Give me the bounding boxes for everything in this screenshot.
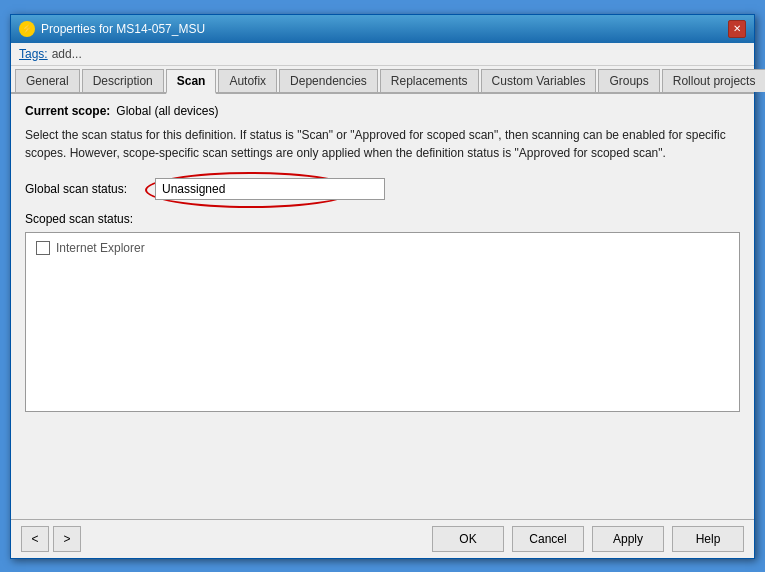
internet-explorer-label: Internet Explorer — [56, 241, 145, 255]
tags-link[interactable]: Tags: — [19, 47, 48, 61]
tab-autofix[interactable]: Autofix — [218, 69, 277, 92]
global-scan-label: Global scan status: — [25, 182, 155, 196]
close-button[interactable]: ✕ — [728, 20, 746, 38]
scope-label: Current scope: — [25, 104, 110, 118]
apply-button[interactable]: Apply — [592, 526, 664, 552]
internet-explorer-checkbox[interactable] — [36, 241, 50, 255]
window-title: Properties for MS14-057_MSU — [41, 22, 205, 36]
tab-rollout-projects[interactable]: Rollout projects — [662, 69, 765, 92]
tags-add[interactable]: add... — [52, 47, 82, 61]
tab-description[interactable]: Description — [82, 69, 164, 92]
nav-buttons: < > — [21, 526, 81, 552]
tab-bar: General Description Scan Autofix Depende… — [11, 66, 754, 94]
cancel-button[interactable]: Cancel — [512, 526, 584, 552]
scoped-item: Internet Explorer — [32, 239, 733, 257]
global-scan-select-container: Unassigned Scan Do not scan Approved for… — [155, 178, 385, 200]
scope-value: Global (all devices) — [116, 104, 218, 118]
tab-custom-variables[interactable]: Custom Variables — [481, 69, 597, 92]
title-bar: ⚡ Properties for MS14-057_MSU ✕ — [11, 15, 754, 43]
scoped-section: Scoped scan status: Internet Explorer — [25, 212, 740, 412]
tab-scan[interactable]: Scan — [166, 69, 217, 94]
description-text: Select the scan status for this definiti… — [25, 126, 740, 162]
footer: < > OK Cancel Apply Help — [11, 519, 754, 558]
tab-replacements[interactable]: Replacements — [380, 69, 479, 92]
tab-groups[interactable]: Groups — [598, 69, 659, 92]
action-buttons: OK Cancel Apply Help — [432, 526, 744, 552]
select-wrapper: Unassigned Scan Do not scan Approved for… — [155, 178, 385, 200]
tags-bar: Tags: add... — [11, 43, 754, 66]
scoped-scan-label: Scoped scan status: — [25, 212, 740, 226]
ok-button[interactable]: OK — [432, 526, 504, 552]
nav-next-button[interactable]: > — [53, 526, 81, 552]
help-button[interactable]: Help — [672, 526, 744, 552]
content-area: Current scope: Global (all devices) Sele… — [11, 94, 754, 519]
global-scan-status-row: Global scan status: Unassigned Scan Do n… — [25, 178, 740, 200]
scope-line: Current scope: Global (all devices) — [25, 104, 740, 118]
tab-general[interactable]: General — [15, 69, 80, 92]
scoped-scan-box: Internet Explorer — [25, 232, 740, 412]
title-bar-left: ⚡ Properties for MS14-057_MSU — [19, 21, 205, 37]
window-icon: ⚡ — [19, 21, 35, 37]
tab-dependencies[interactable]: Dependencies — [279, 69, 378, 92]
global-scan-status-select[interactable]: Unassigned Scan Do not scan Approved for… — [155, 178, 385, 200]
nav-prev-button[interactable]: < — [21, 526, 49, 552]
main-window: ⚡ Properties for MS14-057_MSU ✕ Tags: ad… — [10, 14, 755, 559]
